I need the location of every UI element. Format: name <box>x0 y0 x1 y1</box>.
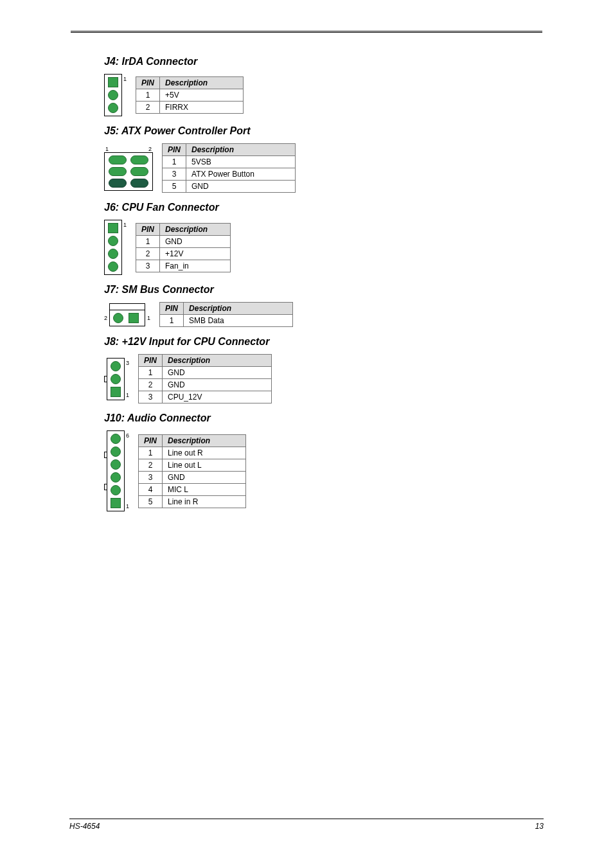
section-title: J7: SM Bus Connector <box>104 284 542 296</box>
cell-pin: 3 <box>139 391 163 403</box>
pin-label: 2 <box>148 146 152 152</box>
pin-round-icon <box>111 447 121 457</box>
col-header-desc: Description <box>160 77 244 89</box>
pin-square-icon <box>111 498 121 508</box>
section-j5: J5: ATX Power Controller Port 1 2 <box>71 125 542 193</box>
cell-desc: GND <box>163 379 272 391</box>
cell-pin: 2 <box>136 247 160 260</box>
pin-label: 3 <box>126 358 129 368</box>
pin-wide-icon <box>130 167 148 176</box>
cell-desc: Line out L <box>163 459 246 471</box>
col-header-pin: PIN <box>139 355 163 367</box>
section-title: J5: ATX Power Controller Port <box>104 125 542 137</box>
table-row: 4 MIC L <box>139 483 246 495</box>
footer-title: HS-4654 <box>69 822 100 831</box>
pin-table-j6: PIN Description 1 GND 2 +12V 3 Fan_in <box>136 223 231 272</box>
col-header-pin: PIN <box>136 223 160 235</box>
pin-label: 1 <box>147 313 150 323</box>
pin-wide-icon <box>109 167 127 176</box>
section-j4: J4: IrDA Connector 1 PIN Description 1 +… <box>71 56 542 116</box>
section-title: J4: IrDA Connector <box>104 56 542 67</box>
cell-desc: GND <box>160 235 231 247</box>
connector-diagram-j10: 6 1 <box>104 430 129 511</box>
col-header-pin: PIN <box>136 77 160 89</box>
pin-round-icon <box>108 103 118 113</box>
section-title: J6: CPU Fan Connector <box>104 202 542 213</box>
pin-round-icon <box>113 313 123 323</box>
section-j7: J7: SM Bus Connector 2 1 PIN Description <box>71 284 542 327</box>
connector-diagram-j5: 1 2 <box>104 146 153 191</box>
connector-diagram-j6: 1 <box>104 220 127 275</box>
table-row: 1 +5V <box>136 89 244 102</box>
cell-pin: 5 <box>163 181 186 193</box>
cell-pin: 3 <box>136 260 160 272</box>
table-row: 2 GND <box>139 379 272 391</box>
cell-desc: GND <box>163 367 272 379</box>
cell-desc: GND <box>186 181 296 193</box>
connector-diagram-j4: 1 <box>104 74 127 116</box>
page-top-rule <box>71 31 542 33</box>
pin-round-icon <box>111 434 121 444</box>
table-row: 3 GND <box>139 471 246 483</box>
pin-wide-dark-icon <box>109 179 127 188</box>
cell-pin: 1 <box>136 89 160 102</box>
pin-square-icon <box>129 313 139 323</box>
section-title: J8: +12V Input for CPU Connector <box>104 336 542 348</box>
footer-page-number: 13 <box>535 822 544 831</box>
cell-desc: Line in R <box>163 495 246 508</box>
section-j8: J8: +12V Input for CPU Connector 3 1 <box>71 336 542 403</box>
cell-desc: ATX Power Button <box>186 168 296 181</box>
pin-label: 1 <box>105 146 109 152</box>
cell-desc: GND <box>163 471 246 483</box>
cell-pin: 1 <box>163 156 186 168</box>
table-row: 3 Fan_in <box>136 260 231 272</box>
pin-square-icon <box>108 223 118 233</box>
table-row: 2 FIRRX <box>136 102 244 114</box>
col-header-desc: Description <box>186 144 296 156</box>
pin-wide-icon <box>109 155 127 164</box>
pin-square-icon <box>111 387 121 397</box>
pin-table-j4: PIN Description 1 +5V 2 FIRRX <box>136 76 244 114</box>
cell-pin: 2 <box>139 379 163 391</box>
pin-round-icon <box>111 459 121 470</box>
pin-table-j5: PIN Description 1 5VSB 3 ATX Power Butto… <box>162 143 296 193</box>
pin-table-j7: PIN Description 1 SMB Data <box>159 302 293 327</box>
cell-desc: FIRRX <box>160 102 244 114</box>
cell-desc: +12V <box>160 247 231 260</box>
pin-round-icon <box>108 249 118 259</box>
page-footer: HS-4654 13 <box>0 819 613 831</box>
table-row: 3 CPU_12V <box>139 391 272 403</box>
col-header-pin: PIN <box>139 434 163 447</box>
pin-round-icon <box>111 472 121 483</box>
cell-pin: 2 <box>136 102 160 114</box>
cell-pin: 2 <box>139 459 163 471</box>
connector-diagram-j7: 2 1 <box>104 303 150 326</box>
cell-desc: +5V <box>160 89 244 102</box>
table-row: 2 +12V <box>136 247 231 260</box>
cell-pin: 4 <box>139 483 163 495</box>
table-row: 1 5VSB <box>163 156 296 168</box>
cell-pin: 3 <box>163 168 186 181</box>
pin-round-icon <box>108 261 118 272</box>
pin-label: 1 <box>126 390 129 400</box>
pin-label: 2 <box>104 313 107 323</box>
cell-desc: MIC L <box>163 483 246 495</box>
pin-round-icon <box>111 361 121 371</box>
section-j10: J10: Audio Connector <box>71 412 542 511</box>
pin-table-j8: PIN Description 1 GND 2 GND 3 CPU_12V <box>138 354 272 403</box>
col-header-desc: Description <box>163 355 272 367</box>
cell-desc: CPU_12V <box>163 391 272 403</box>
connector-diagram-j8: 3 1 <box>104 358 129 400</box>
table-row: 1 GND <box>136 235 231 247</box>
col-header-pin: PIN <box>160 303 184 315</box>
pin-label: 1 <box>126 501 129 511</box>
pin-label: 1 <box>123 220 127 230</box>
pin-round-icon <box>111 374 121 384</box>
pin-table-j10: PIN Description 1 Line out R 2 Line out … <box>138 434 246 508</box>
table-row: 1 SMB Data <box>160 315 293 327</box>
col-header-desc: Description <box>160 223 231 235</box>
cell-pin: 1 <box>139 447 163 459</box>
cell-desc: 5VSB <box>186 156 296 168</box>
cell-pin: 5 <box>139 495 163 508</box>
col-header-desc: Description <box>184 303 293 315</box>
